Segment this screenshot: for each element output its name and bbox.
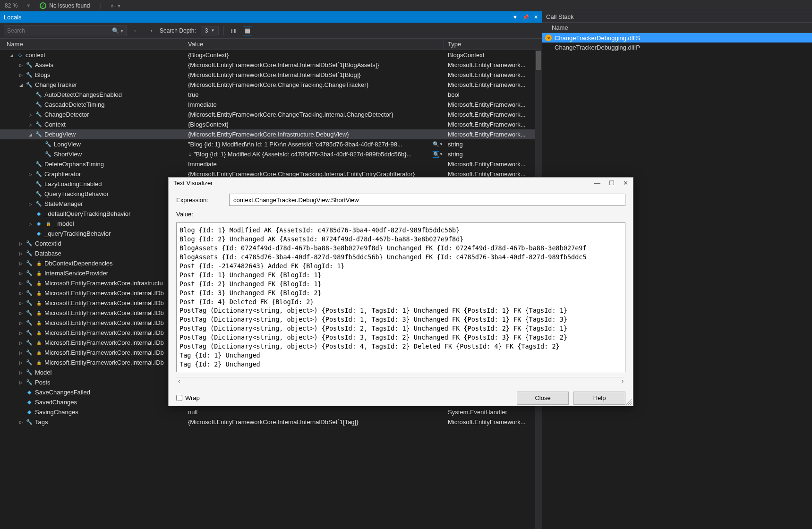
expression-input[interactable] bbox=[229, 194, 625, 206]
nav-forward-icon[interactable]: → bbox=[145, 26, 155, 35]
callstack-row[interactable]: ChangeTrackerDebugging.dll!P bbox=[542, 43, 812, 52]
maximize-icon[interactable]: ☐ bbox=[609, 179, 615, 187]
dropdown-icon[interactable]: ▼ bbox=[439, 142, 444, 146]
value-textarea[interactable]: Blog {Id: 1} Modified AK {AssetsId: c478… bbox=[176, 222, 625, 372]
table-row[interactable]: ◢🔧DebugView{Microsoft.EntityFrameworkCor… bbox=[0, 129, 542, 139]
prop-icon: 🔧 bbox=[26, 280, 33, 287]
lock-icon: 🔒 bbox=[35, 280, 43, 287]
expander-icon[interactable]: ▷ bbox=[18, 261, 24, 266]
table-row[interactable]: 🔧CascadeDeleteTimingImmediateMicrosoft.E… bbox=[0, 100, 542, 110]
depth-select[interactable]: 3▼ bbox=[201, 26, 219, 35]
resize-grip[interactable] bbox=[626, 399, 632, 405]
row-value: {Microsoft.EntityFrameworkCore.Internal.… bbox=[188, 61, 444, 68]
minimize-icon[interactable]: — bbox=[594, 179, 600, 187]
expander-icon[interactable]: ▷ bbox=[18, 321, 24, 325]
col-type[interactable]: Type bbox=[444, 39, 542, 50]
close-icon[interactable]: ✕ bbox=[623, 179, 628, 187]
zoom-level[interactable]: 82 % bbox=[5, 2, 17, 9]
row-name: ChangeTracker bbox=[35, 81, 77, 88]
expander-icon[interactable]: ▷ bbox=[18, 271, 24, 276]
issues-indicator[interactable]: ✓ No issues found bbox=[40, 2, 90, 9]
expander-icon[interactable]: ▷ bbox=[18, 341, 24, 345]
dropdown-icon[interactable]: ▼ bbox=[439, 152, 444, 156]
expander-icon[interactable]: ▷ bbox=[18, 301, 24, 306]
prop-icon: 🔧 bbox=[26, 299, 33, 307]
expander-icon[interactable]: ▷ bbox=[18, 251, 24, 256]
row-type: string bbox=[444, 141, 542, 148]
search-icon[interactable]: 🔍 ▾ bbox=[112, 27, 123, 34]
col-name[interactable]: Name bbox=[0, 39, 184, 50]
dropdown-icon[interactable]: ▼ bbox=[513, 14, 518, 20]
pin-icon[interactable]: ⤓ bbox=[188, 152, 192, 157]
magnify-icon[interactable]: 🔍 bbox=[433, 141, 439, 148]
box-icon[interactable]: ▦ bbox=[243, 26, 252, 35]
callstack-col-name[interactable]: Name bbox=[542, 23, 812, 33]
field-icon: ◆ bbox=[26, 389, 33, 396]
lock-icon: 🔒 bbox=[35, 349, 43, 357]
expander-icon[interactable]: ▷ bbox=[27, 222, 33, 226]
table-row[interactable]: ▷🔧Blogs{Microsoft.EntityFrameworkCore.In… bbox=[0, 70, 542, 80]
close-button[interactable]: Close bbox=[517, 392, 569, 405]
expander-icon[interactable]: ▷ bbox=[18, 291, 24, 296]
tag-icon[interactable]: 🏷 ▾ bbox=[111, 2, 120, 9]
expander-icon[interactable]: ▷ bbox=[18, 73, 24, 77]
expander-icon[interactable]: ▷ bbox=[18, 311, 24, 316]
callstack-row[interactable]: ➜ChangeTrackerDebugging.dll!S bbox=[542, 33, 812, 43]
row-name: Microsoft.EntityFrameworkCore.Infrastruc… bbox=[44, 280, 163, 287]
expander-icon[interactable]: ▷ bbox=[18, 63, 24, 68]
row-name: DeleteOrphansTiming bbox=[44, 161, 104, 168]
table-row[interactable]: ◆SavingChangesnullSystem.EventHandler bbox=[0, 407, 542, 417]
row-value: Immediate bbox=[188, 101, 444, 108]
lock-icon: 🔒 bbox=[35, 270, 43, 277]
table-row[interactable]: ▷🔧ChangeDetector{Microsoft.EntityFramewo… bbox=[0, 110, 542, 119]
pin-icon[interactable]: 📌 bbox=[522, 14, 529, 20]
expander-icon[interactable]: ◢ bbox=[9, 53, 14, 58]
locals-title-bar[interactable]: Locals ▼ 📌 ✕ bbox=[0, 11, 542, 23]
row-name: StateManager bbox=[44, 200, 83, 207]
close-icon[interactable]: ✕ bbox=[534, 14, 538, 20]
table-row[interactable]: ▷🔧Context{BlogsContext}Microsoft.EntityF… bbox=[0, 119, 542, 129]
depth-label: Search Depth: bbox=[160, 27, 196, 34]
prop-icon: 🔧 bbox=[35, 111, 43, 119]
row-name: InternalServiceProvider bbox=[44, 270, 108, 277]
expander-icon[interactable]: ▷ bbox=[18, 370, 24, 375]
row-value: true bbox=[188, 91, 444, 98]
expander-icon[interactable]: ▷ bbox=[18, 281, 24, 286]
prop-icon: 🔧 bbox=[44, 151, 52, 158]
expander-icon[interactable]: ▷ bbox=[18, 241, 24, 246]
expander-icon[interactable]: ▷ bbox=[18, 350, 24, 355]
table-row[interactable]: 🔧ShortView⤓"Blog {Id: 1} Modified AK {As… bbox=[0, 149, 542, 159]
expander-icon[interactable]: ▷ bbox=[18, 360, 24, 365]
callstack-title-bar[interactable]: Call Stack bbox=[542, 11, 812, 23]
table-row[interactable]: ▷🔧Assets{Microsoft.EntityFrameworkCore.I… bbox=[0, 60, 542, 70]
expander-icon[interactable]: ▷ bbox=[27, 112, 33, 117]
expander-icon[interactable]: ◢ bbox=[27, 132, 33, 137]
visualizer-title-bar[interactable]: Text Visualizer — ☐ ✕ bbox=[169, 178, 633, 188]
row-type: BlogsContext bbox=[444, 51, 542, 59]
expander-icon[interactable]: ▷ bbox=[18, 331, 24, 335]
current-frame-icon: ➜ bbox=[545, 34, 552, 41]
nav-back-icon[interactable]: ← bbox=[131, 26, 141, 35]
expander-icon[interactable]: ▷ bbox=[18, 380, 24, 385]
table-row[interactable]: ◢◇context{BlogsContext}BlogsContext bbox=[0, 50, 542, 60]
table-row[interactable]: ◢🔧ChangeTracker{Microsoft.EntityFramewor… bbox=[0, 80, 542, 90]
table-row[interactable]: 🔧LongView"Blog {Id: 1} Modified\r\n Id: … bbox=[0, 139, 542, 149]
row-name: DebugView bbox=[44, 131, 76, 138]
row-value: {BlogsContext} bbox=[188, 121, 444, 128]
expander-icon[interactable]: ▷ bbox=[18, 420, 24, 425]
table-row[interactable]: 🔧DeleteOrphansTimingImmediateMicrosoft.E… bbox=[0, 159, 542, 169]
table-row[interactable]: ▷🔧Tags{Microsoft.EntityFrameworkCore.Int… bbox=[0, 417, 542, 427]
h-scrollbar[interactable]: ‹ › bbox=[176, 377, 625, 385]
row-name: Microsoft.EntityFrameworkCore.Internal.I… bbox=[44, 319, 164, 326]
wrap-checkbox[interactable]: Wrap bbox=[176, 394, 200, 401]
expander-icon[interactable]: ◢ bbox=[18, 83, 24, 87]
magnify-icon[interactable]: 🔍 bbox=[433, 151, 439, 158]
table-row[interactable]: 🔧AutoDetectChangesEnabledtruebool bbox=[0, 90, 542, 100]
expander-icon[interactable]: ▷ bbox=[27, 202, 33, 206]
expander-icon[interactable]: ▷ bbox=[27, 172, 33, 177]
help-button[interactable]: Help bbox=[573, 392, 625, 405]
expander-icon[interactable]: ▷ bbox=[27, 122, 33, 127]
filter-icon[interactable]: ⫿⫿ bbox=[229, 26, 238, 35]
search-input[interactable]: 🔍 ▾ bbox=[4, 25, 127, 36]
col-value[interactable]: Value bbox=[184, 39, 444, 50]
